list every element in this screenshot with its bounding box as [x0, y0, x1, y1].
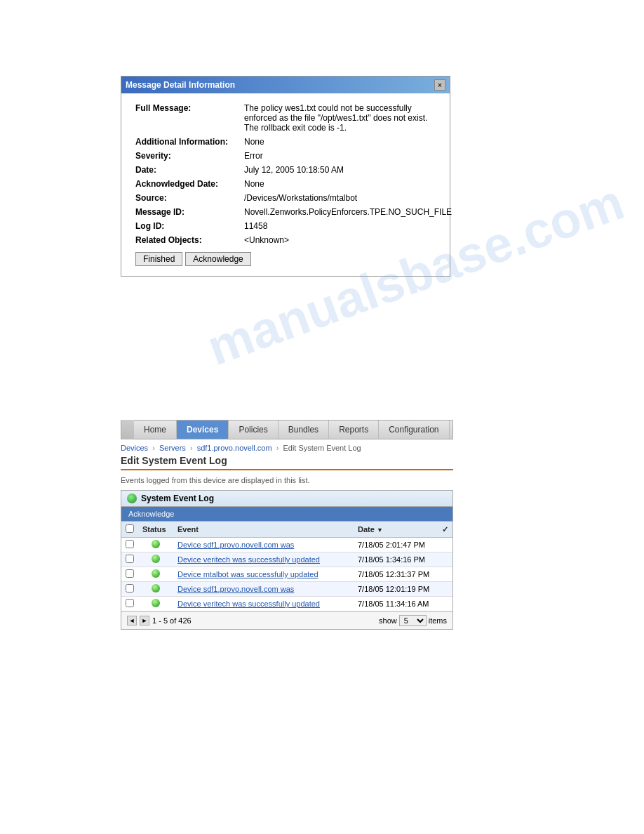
prev-page-button[interactable]: ◄: [127, 616, 137, 626]
row-ack-cell: [438, 582, 452, 597]
status-icon: [152, 555, 160, 563]
row-checkbox[interactable]: [126, 599, 134, 607]
row-ack-cell: [438, 597, 452, 611]
row-status-cell: [138, 552, 173, 567]
ack-date-label: Acknowledged Date:: [135, 179, 244, 189]
dialog-body: Full Message: The policy wes1.txt could …: [121, 93, 450, 276]
select-all-checkbox[interactable]: [126, 524, 134, 533]
col-check: ✓: [438, 522, 452, 538]
message-id-row: Message ID: Novell.Zenworks.PolicyEnforc…: [135, 207, 436, 217]
col-date[interactable]: Date ▼: [354, 522, 438, 538]
table-row: Device mtalbot was successfully updated …: [121, 567, 452, 582]
panel-title: System Event Log: [141, 494, 214, 503]
message-detail-dialog: Message Detail Information × Full Messag…: [121, 76, 450, 277]
sort-arrow-icon: ▼: [377, 527, 383, 534]
event-link[interactable]: Device sdf1.provo.novell.com was: [177, 541, 294, 549]
row-ack-cell: [438, 567, 452, 582]
row-status-cell: [138, 597, 173, 611]
dialog-close-button[interactable]: ×: [434, 79, 445, 91]
source-label: Source:: [135, 193, 244, 203]
dialog-title: Message Detail Information: [126, 80, 235, 90]
row-status-cell: [138, 538, 173, 552]
breadcrumb: Devices › Servers › sdf1.provo.novell.co…: [121, 444, 453, 452]
main-content: Home Devices Policies Bundles Reports Co…: [121, 420, 453, 630]
related-objects-value: <Unknown>: [244, 235, 436, 245]
pagination: ◄ ► 1 - 5 of 426 show 5 10 25 items: [121, 611, 452, 629]
event-link[interactable]: Device sdf1.provo.novell.com was: [177, 585, 294, 593]
full-message-value: The policy wes1.txt could not be success…: [244, 103, 436, 133]
breadcrumb-servers[interactable]: Servers: [159, 444, 186, 452]
finished-button[interactable]: Finished: [135, 252, 182, 266]
full-message-label: Full Message:: [135, 103, 244, 113]
status-icon: [152, 540, 160, 548]
log-id-label: Log ID:: [135, 221, 244, 231]
col-status: Status: [138, 522, 173, 538]
nav-tab-home[interactable]: Home: [134, 421, 177, 439]
nav-tab-configuration[interactable]: Configuration: [379, 421, 449, 439]
additional-info-label: Additional Information:: [135, 137, 244, 147]
acknowledge-bar-button[interactable]: Acknowledge: [126, 509, 177, 519]
row-event-cell[interactable]: Device mtalbot was successfully updated: [173, 567, 354, 582]
col-event: Event: [173, 522, 354, 538]
row-checkbox-cell[interactable]: [121, 567, 138, 582]
status-icon: [152, 569, 160, 578]
nav-tab-policies[interactable]: Policies: [229, 421, 278, 439]
row-status-cell: [138, 567, 173, 582]
page-description: Events logged from this device are displ…: [121, 476, 453, 484]
date-label: Date:: [135, 165, 244, 175]
source-row: Source: /Devices/Workstations/mtalbot: [135, 193, 436, 203]
row-event-cell[interactable]: Device sdf1.provo.novell.com was: [173, 538, 354, 552]
nav-tab-reports[interactable]: Reports: [329, 421, 379, 439]
row-checkbox-cell[interactable]: [121, 552, 138, 567]
table-row: Device sdf1.provo.novell.com was 7/18/05…: [121, 538, 452, 552]
breadcrumb-devices[interactable]: Devices: [121, 444, 148, 452]
row-checkbox[interactable]: [126, 569, 134, 578]
row-checkbox[interactable]: [126, 584, 134, 593]
panel-status-icon: [127, 494, 137, 503]
row-event-cell[interactable]: Device veritech was successfully updated: [173, 552, 354, 567]
row-ack-cell: [438, 552, 452, 567]
full-message-row: Full Message: The policy wes1.txt could …: [135, 103, 436, 133]
show-count-select[interactable]: 5 10 25: [399, 615, 427, 626]
ack-date-row: Acknowledged Date: None: [135, 179, 436, 189]
acknowledge-button[interactable]: Acknowledge: [185, 252, 250, 266]
row-date-cell: 7/18/05 11:34:16 AM: [354, 597, 438, 611]
nav-tab-bundles[interactable]: Bundles: [279, 421, 329, 439]
additional-info-value: None: [244, 137, 436, 147]
log-id-row: Log ID: 11458: [135, 221, 436, 231]
severity-row: Severity: Error: [135, 151, 436, 161]
status-icon: [152, 584, 160, 593]
show-label: show: [379, 616, 397, 625]
pagination-right: show 5 10 25 items: [379, 615, 447, 626]
row-checkbox-cell[interactable]: [121, 597, 138, 611]
table-row: Device veritech was successfully updated…: [121, 597, 452, 611]
page-title: Edit System Event Log: [121, 455, 453, 470]
table-header-row: Status Event Date ▼ ✓: [121, 522, 452, 538]
breadcrumb-device[interactable]: sdf1.provo.novell.com: [197, 444, 272, 452]
next-page-button[interactable]: ►: [140, 616, 149, 626]
row-event-cell[interactable]: Device sdf1.provo.novell.com was: [173, 582, 354, 597]
log-id-value: 11458: [244, 221, 436, 231]
row-checkbox-cell[interactable]: [121, 582, 138, 597]
additional-info-row: Additional Information: None: [135, 137, 436, 147]
dialog-buttons: Finished Acknowledge: [135, 252, 436, 266]
ack-date-value: None: [244, 179, 436, 189]
row-event-cell[interactable]: Device veritech was successfully updated: [173, 597, 354, 611]
event-link[interactable]: Device veritech was successfully updated: [177, 555, 320, 564]
message-id-label: Message ID:: [135, 207, 244, 217]
pagination-range: 1 - 5 of 426: [152, 616, 192, 625]
severity-label: Severity:: [135, 151, 244, 161]
nav-tab-devices[interactable]: Devices: [177, 421, 229, 439]
row-checkbox-cell[interactable]: [121, 538, 138, 552]
source-value: /Devices/Workstations/mtalbot: [244, 193, 436, 203]
event-link[interactable]: Device mtalbot was successfully updated: [177, 570, 318, 578]
status-icon: [152, 599, 160, 607]
row-date-cell: 7/18/05 12:31:37 PM: [354, 567, 438, 582]
row-checkbox[interactable]: [126, 555, 134, 563]
panel-header: System Event Log: [121, 491, 452, 507]
event-link[interactable]: Device veritech was successfully updated: [177, 600, 320, 608]
row-date-cell: 7/18/05 2:01:47 PM: [354, 538, 438, 552]
related-objects-label: Related Objects:: [135, 235, 244, 245]
row-checkbox[interactable]: [126, 540, 134, 548]
related-objects-row: Related Objects: <Unknown>: [135, 235, 436, 245]
